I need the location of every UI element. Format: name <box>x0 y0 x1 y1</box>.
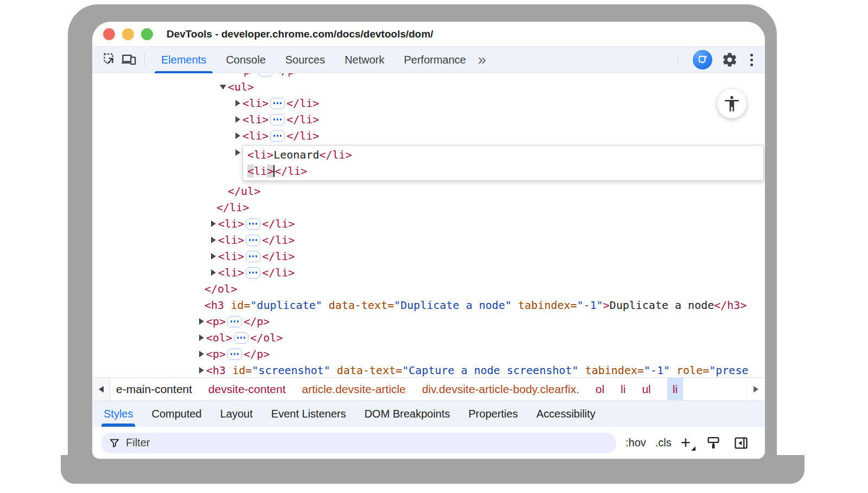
expand-children-ellipsis[interactable] <box>270 98 285 109</box>
close-window-button[interactable] <box>103 28 115 40</box>
tag-token: </li> <box>286 97 319 110</box>
breadcrumb-item-e-main-content[interactable]: e-main-content <box>116 378 192 400</box>
dom-tree-row[interactable]: <li></li> <box>92 128 765 144</box>
device-toolbar-button[interactable] <box>119 50 138 69</box>
expand-children-ellipsis[interactable] <box>227 316 242 327</box>
accessibility-person-icon <box>723 94 741 113</box>
breadcrumb-item-li[interactable]: li <box>667 378 683 400</box>
breadcrumb-item-ol[interactable]: ol <box>596 378 604 400</box>
sidebar-tab-event-listeners[interactable]: Event Listeners <box>262 401 355 427</box>
disclosure-down-icon[interactable] <box>218 85 228 90</box>
styles-filter-bar: :hov .cls + <box>92 427 765 459</box>
disclosure-right-icon[interactable] <box>233 100 242 106</box>
dom-tree-row[interactable]: <li></li> <box>92 216 765 232</box>
toggle-pseudo-state-button[interactable]: :hov <box>626 437 646 449</box>
breadcrumb-item-div-devsite-article-body-clearfix[interactable]: div.devsite-article-body.clearfix. <box>422 378 579 400</box>
minimize-window-button[interactable] <box>122 28 134 40</box>
expand-children-ellipsis[interactable] <box>270 114 285 125</box>
tab-performance[interactable]: Performance <box>394 47 476 73</box>
dom-tree-row[interactable]: <ol></ol> <box>92 330 765 346</box>
breadcrumb-scroll-right-button[interactable] <box>746 378 765 400</box>
disclosure-right-icon[interactable] <box>233 132 242 139</box>
dom-tree-row[interactable]: <li></li> <box>92 111 765 128</box>
breadcrumb-item-article-devsite-article[interactable]: article.devsite-article <box>302 378 406 400</box>
tag-token: li <box>254 165 267 178</box>
toggle-element-classes-button[interactable]: .cls <box>655 437 672 449</box>
tag-token: </h3> <box>714 299 746 312</box>
breadcrumb-scroll-left-button[interactable] <box>92 378 111 400</box>
tag-token: </ol> <box>205 282 237 295</box>
ai-assistance-button[interactable] <box>693 50 712 69</box>
new-style-rule-button[interactable]: + <box>681 434 691 451</box>
tag-token: </li> <box>262 233 295 246</box>
breadcrumb-item-li[interactable]: li <box>621 378 626 400</box>
more-options-kebab-icon[interactable] <box>747 50 756 69</box>
tab-console[interactable]: Console <box>216 47 275 73</box>
dom-tree-row[interactable]: </li> <box>92 199 765 216</box>
attribute-value-token: "prese <box>709 364 748 377</box>
accessibility-overlay-button[interactable] <box>717 89 746 118</box>
expand-children-ellipsis[interactable] <box>270 130 285 142</box>
inspect-element-button[interactable] <box>101 50 119 69</box>
expand-children-ellipsis[interactable] <box>246 267 260 279</box>
dom-tree-row[interactable]: <li></li> <box>92 232 765 248</box>
expand-children-ellipsis[interactable] <box>227 349 242 360</box>
dom-tree-row[interactable]: <h3 id="duplicate" data-text="Duplicate … <box>92 297 765 313</box>
expand-children-ellipsis[interactable] <box>258 73 273 77</box>
dom-tree-row[interactable]: <p></p> <box>92 346 765 362</box>
tag-token: <li> <box>218 217 244 230</box>
dom-tree-row[interactable]: <li></li> <box>92 248 765 264</box>
tab-elements[interactable]: Elements <box>151 47 216 73</box>
zoom-window-button[interactable] <box>141 28 153 40</box>
tag-token: <p> <box>206 347 226 361</box>
window-titlebar: DevTools - developer.chrome.com/docs/dev… <box>92 22 765 46</box>
disclosure-right-icon[interactable] <box>196 351 206 357</box>
breadcrumb-item-devsite-content[interactable]: devsite-content <box>208 378 285 400</box>
settings-button[interactable] <box>720 50 739 69</box>
tag-token: <li> <box>242 129 269 142</box>
dom-tree-row[interactable]: </ol> <box>92 281 765 297</box>
sidebar-tab-styles[interactable]: Styles <box>94 401 142 427</box>
disclosure-right-icon[interactable] <box>208 253 218 260</box>
html-edit-box[interactable]: <li>Leonard</li><li></li> <box>242 145 764 181</box>
breadcrumb-item-ul[interactable]: ul <box>642 378 650 400</box>
dom-tree-row[interactable]: <li></li> <box>92 95 765 111</box>
disclosure-right-icon[interactable] <box>208 237 218 243</box>
expand-children-ellipsis[interactable] <box>246 251 260 262</box>
dom-tree-row[interactable]: </ul> <box>92 183 765 199</box>
tag-token: <li> <box>218 266 244 279</box>
tag-token: </li> <box>262 266 295 279</box>
rendering-emulations-button[interactable] <box>704 434 723 452</box>
disclosure-right-icon[interactable] <box>208 220 218 227</box>
dom-tree-row[interactable]: <li></li> <box>92 264 765 281</box>
tab-network[interactable]: Network <box>335 47 394 73</box>
expand-children-ellipsis[interactable] <box>246 218 260 230</box>
tab-sources[interactable]: Sources <box>276 47 335 73</box>
expand-children-ellipsis[interactable] <box>246 235 260 246</box>
disclosure-right-icon[interactable] <box>233 116 242 123</box>
dom-tree-row[interactable]: <p></p> <box>92 73 765 79</box>
toggle-sidebar-button[interactable] <box>732 434 750 452</box>
dom-tree-row[interactable]: <p></p> <box>92 313 765 330</box>
dom-tree-row-editing[interactable]: <li>Leonard</li><li></li> <box>92 144 765 183</box>
disclosure-right-icon[interactable] <box>196 318 206 325</box>
disclosure-right-icon[interactable] <box>208 269 218 276</box>
dom-tree-row[interactable]: <ul> <box>92 79 765 95</box>
disclosure-right-icon[interactable] <box>196 334 206 341</box>
sidebar-tab-properties[interactable]: Properties <box>459 401 527 427</box>
sidebar-tab-dom-breakpoints[interactable]: DOM Breakpoints <box>355 401 459 427</box>
disclosure-right-icon[interactable] <box>233 149 242 156</box>
disclosure-right-icon[interactable] <box>196 367 206 374</box>
dom-tree-row[interactable]: <h3 id="screenshot" data-text="Capture a… <box>92 362 765 377</box>
inspect-icon <box>103 52 118 67</box>
attribute-value-token: "screenshot" <box>252 364 337 377</box>
tag-token: </li> <box>262 250 295 263</box>
tag-token: </li> <box>262 217 295 230</box>
filter-input[interactable] <box>126 437 609 449</box>
sidebar-tab-accessibility[interactable]: Accessibility <box>527 401 605 427</box>
tag-token: </li> <box>216 201 249 214</box>
sidebar-tab-computed[interactable]: Computed <box>142 401 210 427</box>
expand-children-ellipsis[interactable] <box>234 332 248 344</box>
sidebar-tab-layout[interactable]: Layout <box>211 401 262 427</box>
more-tabs-chevron[interactable]: » <box>478 52 486 68</box>
